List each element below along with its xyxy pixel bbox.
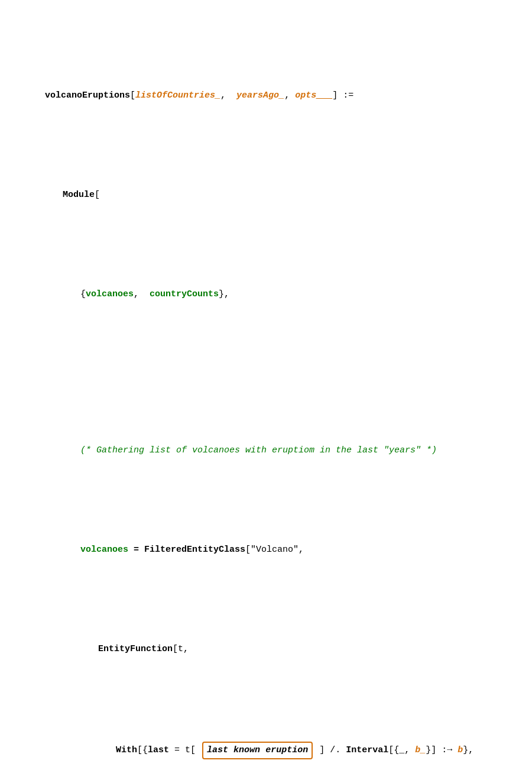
comment1: (* Gathering list of volcanoes with erup… — [24, 429, 508, 472]
module-keyword: Module — [63, 190, 95, 200]
module-bracket: [ — [95, 190, 100, 200]
var-volcanoes: volcanoes — [86, 289, 134, 299]
last-known-eruption-box: last known eruption — [202, 742, 313, 759]
param-opts: opts___ — [295, 90, 332, 101]
eq-last: = t — [169, 745, 190, 755]
param-years: yearsAgo_ — [236, 90, 284, 101]
volcanoes-assign1: volcanoes = FilteredEntityClass["Volcano… — [24, 529, 508, 571]
comma: , — [220, 90, 236, 101]
brace-open: { — [80, 289, 86, 299]
comma2: , — [284, 90, 295, 101]
with-bracket: [{ — [137, 745, 148, 755]
blank1 — [24, 358, 508, 373]
bracket-close-h: ] := — [332, 90, 353, 101]
param-countries: listOfCountries_ — [135, 90, 220, 101]
with-kw: With — [116, 745, 137, 755]
bracket1: ["Volcano", — [245, 545, 304, 555]
var-country-counts: countryCounts — [150, 289, 219, 299]
bracket-open: [ — [130, 90, 135, 101]
module-vars: {volcanoes, countryCounts}, — [24, 273, 508, 316]
with-rest: ] /. Interval[{_, b_}] :→ b}, — [319, 745, 473, 755]
comment1-text: (* Gathering list of volcanoes with erup… — [80, 445, 437, 455]
equals1: = FilteredEntityClass — [128, 545, 245, 555]
with-line: With[{last = t[ last known eruption ] /.… — [24, 727, 508, 774]
volcanoes-var: volcanoes — [80, 545, 128, 555]
function-name: volcanoEruptions — [45, 90, 130, 101]
entity-function-line: EntityFunction[t, — [24, 628, 508, 671]
module-line: Module[ — [24, 174, 508, 216]
t-bracket: [ — [190, 745, 196, 755]
last-kw: last — [148, 745, 169, 755]
function-header: volcanoEruptions[listOfCountries_, years… — [24, 75, 508, 117]
comma3: , — [134, 289, 150, 299]
entity-function-kw: EntityFunction — [98, 644, 173, 654]
ef-bracket: [t, — [173, 644, 189, 654]
code-container: volcanoEruptions[listOfCountries_, years… — [24, 18, 508, 783]
brace-close: }, — [219, 289, 229, 299]
